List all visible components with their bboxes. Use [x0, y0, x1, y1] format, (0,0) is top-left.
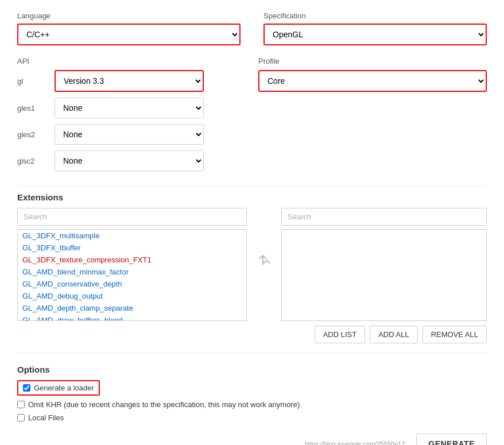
extensions-left-search[interactable] [17, 208, 247, 226]
omit-khr-checkbox[interactable] [17, 401, 25, 408]
generate-loader-row[interactable]: Generate a loader [23, 384, 94, 392]
extensions-label: Extensions [17, 192, 487, 202]
list-item[interactable]: GL_AMD_depth_clamp_separate [18, 302, 246, 314]
options-label: Options [17, 365, 487, 374]
api-row-gl: gl Version 3.3 [17, 70, 235, 92]
specification-label: Specification [263, 11, 487, 20]
profile-select[interactable]: Core [258, 70, 487, 92]
profile-label: Profile [258, 57, 487, 65]
api-gles2-label: gles2 [17, 130, 49, 139]
specification-select[interactable]: OpenGL [263, 24, 487, 45]
list-item[interactable]: GL_AMD_draw_buffers_blend [18, 314, 246, 321]
list-item[interactable]: GL_AMD_conservative_depth [18, 278, 246, 290]
api-glsc2-select[interactable]: None [55, 150, 204, 171]
transfer-arrow-icon [253, 208, 276, 266]
extensions-left-list[interactable]: GL_3DFX_multisample GL_3DFX_tbuffer GL_3… [17, 229, 247, 321]
omit-khr-row[interactable]: Omit KHR (due to recent changes to the s… [17, 400, 487, 409]
api-gl-label: gl [17, 77, 49, 86]
list-item[interactable]: GL_AMD_blend_minmax_factor [18, 266, 246, 278]
generate-loader-label: Generate a loader [34, 384, 94, 392]
api-row-gles1: gles1 None [17, 98, 235, 118]
local-files-checkbox[interactable] [17, 414, 25, 421]
api-gles1-label: gles1 [17, 104, 49, 113]
list-item[interactable]: GL_3DFX_texture_compression_FXT1 [18, 254, 246, 266]
generate-button[interactable]: GENERATE [416, 434, 487, 445]
omit-khr-label: Omit KHR (due to recent changes to the s… [28, 400, 300, 409]
api-row-glsc2: glsc2 None [17, 150, 235, 171]
api-glsc2-label: glsc2 [17, 157, 49, 165]
api-row-gles2: gles2 None [17, 124, 235, 145]
api-gles2-select[interactable]: None [55, 124, 204, 145]
generate-loader-checkbox[interactable] [23, 384, 30, 392]
local-files-label: Local Files [28, 413, 64, 422]
api-gles1-select[interactable]: None [55, 98, 204, 118]
local-files-row[interactable]: Local Files [17, 413, 487, 422]
add-list-button[interactable]: ADD LIST [315, 326, 366, 343]
api-gl-select[interactable]: Version 3.3 [55, 70, 204, 92]
watermark-text: https://blog.example.com/25550p17 [305, 440, 405, 445]
api-label: API [17, 57, 235, 65]
extensions-right-list[interactable] [281, 229, 487, 321]
list-item[interactable]: GL_AMD_debug_output [18, 290, 246, 302]
add-all-button[interactable]: ADD ALL [370, 326, 417, 343]
list-item[interactable]: GL_3DFX_tbuffer [18, 242, 246, 254]
list-item[interactable]: GL_3DFX_multisample [18, 230, 246, 242]
extensions-right-search[interactable] [281, 208, 487, 226]
language-label: Language [17, 11, 241, 20]
remove-all-button[interactable]: REMOVE ALL [422, 326, 487, 343]
language-select[interactable]: C/C++ [17, 24, 241, 45]
